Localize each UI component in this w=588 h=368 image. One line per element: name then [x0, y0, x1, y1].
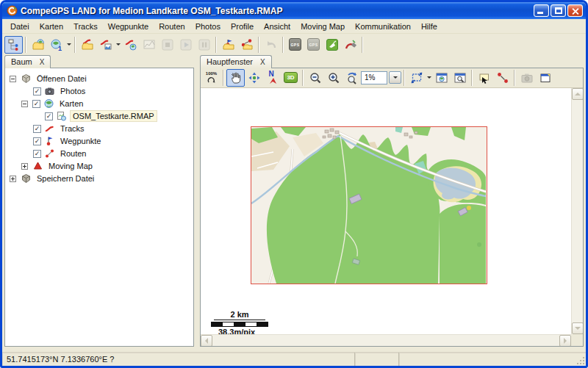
resize-grip[interactable] [576, 356, 585, 365]
zoom-out-button[interactable] [306, 69, 324, 87]
minimize-button[interactable] [534, 4, 549, 17]
checkbox-checked[interactable]: ✓ [33, 125, 41, 133]
zoom-previous-button[interactable] [343, 69, 361, 87]
menu-moving-map[interactable]: Moving Map [295, 21, 350, 32]
menu-hilfe[interactable]: Hilfe [416, 21, 442, 32]
menu-datei[interactable]: Datei [5, 21, 35, 32]
menu-profile[interactable]: Profile [226, 21, 259, 32]
scroll-right-button[interactable] [559, 335, 571, 346]
zoom-level-combo[interactable]: 1% [361, 71, 387, 84]
open-waypoints-button[interactable] [219, 36, 237, 54]
gps-connect-button[interactable] [323, 36, 341, 54]
tab-hauptfenster[interactable]: Hauptfenster X [200, 55, 272, 68]
tab-baum[interactable]: Baum X [4, 55, 51, 68]
measure-tool-button[interactable] [493, 69, 512, 87]
collapse-icon[interactable] [21, 101, 28, 107]
tree-item-routen[interactable]: ✓ Routen [7, 148, 192, 160]
tab-baum-close[interactable]: X [40, 58, 45, 66]
collapse-icon[interactable] [10, 76, 16, 82]
undo-button[interactable] [262, 36, 280, 54]
menu-photos[interactable]: Photos [190, 21, 226, 32]
menu-ansicht[interactable]: Ansicht [259, 21, 295, 32]
tree-item-oeffenen-datei[interactable]: Öffenen Datei [7, 73, 192, 85]
checkbox-checked[interactable]: ✓ [45, 112, 53, 120]
track-image-dropdown-caret[interactable] [115, 37, 121, 53]
tree-item-photos[interactable]: ✓ Photos [7, 85, 192, 98]
view-3d-button[interactable]: 3D [282, 69, 300, 87]
open-map-icon [32, 38, 45, 51]
checkbox-checked[interactable]: ✓ [33, 137, 41, 145]
pixel-size-dropdown-caret[interactable] [426, 70, 432, 86]
open-track-button[interactable] [78, 36, 96, 54]
map-panel: Hauptfenster X 100% [200, 54, 584, 347]
toolbar-separator [223, 70, 224, 86]
play-button[interactable] [176, 36, 195, 54]
open-map-button[interactable] [29, 36, 47, 54]
gps-upload-button[interactable]: GPS [286, 36, 304, 54]
move-map-button[interactable] [245, 69, 263, 87]
tab-hauptfenster-label: Hauptfenster [207, 57, 253, 66]
pan-tool-button[interactable] [226, 69, 245, 87]
measure-icon [496, 71, 509, 84]
menu-tracks[interactable]: Tracks [68, 21, 103, 32]
label-tool-button[interactable] [475, 69, 493, 87]
scroll-left-button[interactable] [201, 335, 212, 346]
north-arrow-button[interactable]: N [263, 69, 282, 87]
track-image-icon [99, 38, 112, 51]
checkbox-checked[interactable]: ✓ [32, 100, 40, 108]
map-list-dropdown-caret[interactable] [65, 37, 72, 53]
map-window-button[interactable] [432, 69, 451, 87]
maximize-button[interactable] [551, 4, 566, 17]
stop-icon [161, 38, 174, 51]
toolbar-separator [404, 70, 405, 86]
menu-karten[interactable]: Karten [35, 21, 68, 32]
gps-download-button[interactable]: GPS [304, 36, 323, 54]
tree-item-osm-testkarte[interactable]: ✓ OSM_Testkarte.RMAP [7, 110, 192, 123]
pause-button[interactable] [195, 36, 213, 54]
track-profile-button[interactable] [140, 36, 158, 54]
map-image[interactable] [251, 126, 487, 284]
scroll-down-button[interactable] [572, 322, 583, 334]
pixel-size-button[interactable] [407, 69, 426, 87]
scroll-up-button[interactable] [572, 88, 583, 100]
toolbar-separator [258, 37, 259, 53]
expand-icon[interactable] [21, 163, 28, 170]
toolbar-separator [362, 37, 363, 53]
screenshot-button[interactable] [517, 69, 536, 87]
tree-panel-toggle-button[interactable] [4, 36, 23, 54]
map-toolbar: 100% [201, 68, 583, 88]
zoom-100-button[interactable]: 100% [202, 69, 220, 87]
menu-routen[interactable]: Routen [154, 21, 190, 32]
vertical-scrollbar[interactable] [571, 88, 583, 335]
toolbar-separator [25, 37, 26, 53]
track-image-button[interactable] [96, 36, 115, 54]
tab-hauptfenster-close[interactable]: X [260, 58, 265, 66]
tree-item-speichern-datei[interactable]: Speichern Datei [7, 173, 192, 185]
checkbox-checked[interactable]: ✓ [33, 87, 41, 95]
menu-wegpunkte[interactable]: Wegpunkte [103, 21, 154, 32]
toolbar-separator [282, 37, 284, 53]
content-area: Baum X Öffenen Datei [4, 54, 584, 347]
tree-item-karten[interactable]: ✓ Karten [7, 98, 192, 110]
map-list-button[interactable]: 1 [47, 36, 65, 54]
gps-disconnect-button[interactable] [341, 36, 359, 54]
track-map-button[interactable] [121, 36, 140, 54]
horizontal-scrollbar[interactable] [201, 334, 571, 346]
menu-kommunikation[interactable]: Kommunikation [350, 21, 416, 32]
tree-item-moving-map[interactable]: Moving Map [7, 160, 192, 173]
checkbox-checked[interactable]: ✓ [33, 150, 41, 158]
new-window-button[interactable] [536, 69, 554, 87]
zoom-level-dropdown-button[interactable] [389, 71, 401, 84]
open-routes-button[interactable] [237, 36, 256, 54]
map-canvas[interactable]: 2 km 38.3m/pix [201, 88, 583, 347]
map-scale: 2 km 38.3m/pix [211, 310, 274, 336]
zoom-in-button[interactable] [324, 69, 343, 87]
zoom-window-button[interactable] [451, 69, 469, 87]
open-waypoints-icon [222, 38, 235, 51]
expand-icon[interactable] [10, 176, 16, 182]
close-button[interactable] [567, 4, 583, 17]
tree-item-wegpunkte[interactable]: ✓ Wegpunkte [7, 135, 192, 148]
stop-button[interactable] [158, 36, 176, 54]
tree-item-tracks[interactable]: ✓ Tracks [7, 123, 192, 135]
toolbar-separator [471, 70, 473, 86]
